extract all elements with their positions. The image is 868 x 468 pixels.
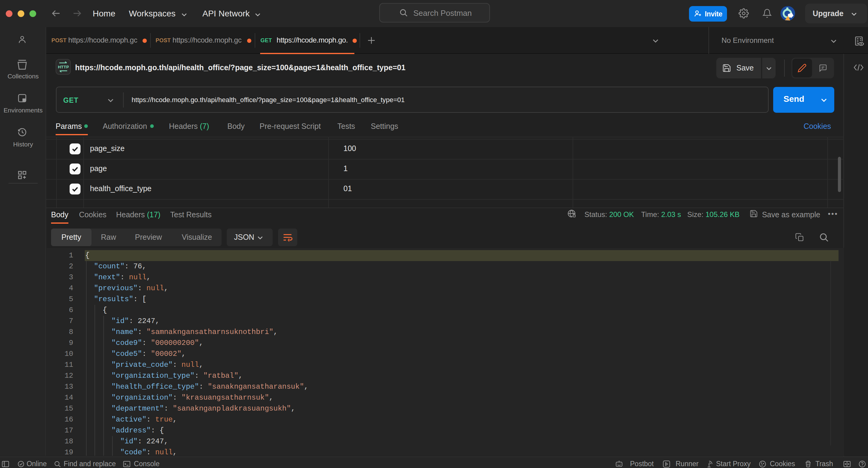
svg-text:HTTP: HTTP: [58, 65, 69, 69]
